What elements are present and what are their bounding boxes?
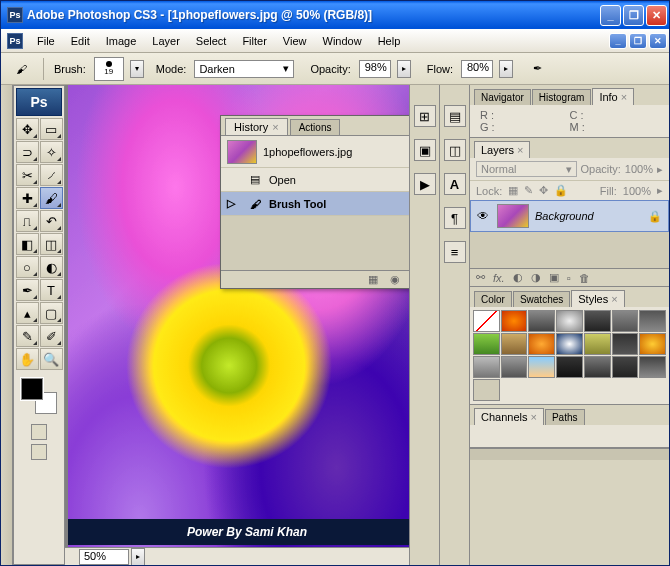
doc-minimize[interactable]: _: [609, 33, 627, 49]
doc-close[interactable]: ✕: [649, 33, 667, 49]
style-swatch[interactable]: [501, 333, 528, 355]
maximize-button[interactable]: ❐: [623, 5, 644, 26]
eraser-tool[interactable]: ◧: [16, 233, 39, 255]
close-icon[interactable]: ×: [272, 121, 278, 133]
zoom-tool[interactable]: 🔍: [40, 348, 63, 370]
style-swatch[interactable]: [612, 333, 639, 355]
tab-histogram[interactable]: Histogram: [532, 89, 592, 105]
history-snapshot[interactable]: 1phopeflowers.jpg: [221, 136, 409, 168]
hand-tool[interactable]: ✋: [16, 348, 39, 370]
style-swatch[interactable]: [556, 356, 583, 378]
color-swatches[interactable]: [21, 378, 57, 414]
tab-navigator[interactable]: Navigator: [474, 89, 531, 105]
brush-preset-picker[interactable]: 19: [94, 57, 124, 81]
brushes-dock-icon[interactable]: ⊞: [414, 105, 436, 127]
style-swatch[interactable]: [528, 310, 555, 332]
layer-blend-dropdown[interactable]: Normal▾: [476, 161, 577, 177]
menu-layer[interactable]: Layer: [144, 32, 188, 50]
lock-paint-icon[interactable]: ✎: [524, 184, 533, 197]
style-swatch[interactable]: [528, 333, 555, 355]
airbrush-icon[interactable]: ✒: [525, 57, 549, 81]
new-snapshot-icon[interactable]: ◉: [387, 273, 403, 286]
eyedropper-tool[interactable]: ✐: [40, 325, 63, 347]
heal-tool[interactable]: ✚: [16, 187, 39, 209]
style-swatch[interactable]: [473, 310, 500, 332]
tab-color[interactable]: Color: [474, 291, 512, 307]
tab-paths[interactable]: Paths: [545, 409, 585, 425]
opacity-input[interactable]: 98%: [359, 60, 391, 78]
style-swatch[interactable]: [473, 333, 500, 355]
history-step-open[interactable]: ▤ Open: [221, 168, 409, 192]
slice-tool[interactable]: ⟋: [40, 164, 63, 186]
stamp-tool[interactable]: ⎍: [16, 210, 39, 232]
clone-dock-icon[interactable]: ▣: [414, 139, 436, 161]
new-doc-from-state-icon[interactable]: ▦: [365, 273, 381, 286]
style-swatch[interactable]: [584, 333, 611, 355]
mask-icon[interactable]: ◐: [513, 271, 523, 284]
menu-edit[interactable]: Edit: [63, 32, 98, 50]
crop-tool[interactable]: ✂: [16, 164, 39, 186]
close-button[interactable]: ✕: [646, 5, 667, 26]
doc-restore[interactable]: ❐: [629, 33, 647, 49]
style-swatch[interactable]: [501, 310, 528, 332]
style-swatch[interactable]: [639, 310, 666, 332]
style-swatch[interactable]: [556, 333, 583, 355]
path-select-tool[interactable]: ▴: [16, 302, 39, 324]
tab-history[interactable]: History×: [225, 118, 288, 135]
fx-icon[interactable]: fx.: [493, 272, 505, 284]
dodge-tool[interactable]: ◐: [40, 256, 63, 278]
menu-window[interactable]: Window: [315, 32, 370, 50]
notes-tool[interactable]: ✎: [16, 325, 39, 347]
opacity-arrow[interactable]: ▸: [397, 60, 411, 78]
blur-tool[interactable]: ○: [16, 256, 39, 278]
lasso-tool[interactable]: ⊃: [16, 141, 39, 163]
doc-icon[interactable]: Ps: [7, 33, 23, 49]
left-dock-strip[interactable]: [1, 85, 13, 565]
wand-tool[interactable]: ✧: [40, 141, 63, 163]
style-swatch[interactable]: [501, 356, 528, 378]
marquee-tool[interactable]: ▭: [40, 118, 63, 140]
foreground-color-swatch[interactable]: [21, 378, 43, 400]
tab-styles[interactable]: Styles×: [571, 290, 624, 307]
tab-layers[interactable]: Layers×: [474, 141, 530, 158]
lock-transparent-icon[interactable]: ▦: [508, 184, 518, 197]
trash-icon[interactable]: 🗑: [579, 272, 590, 284]
menu-image[interactable]: Image: [98, 32, 145, 50]
style-swatch[interactable]: [528, 356, 555, 378]
flow-input[interactable]: 80%: [461, 60, 493, 78]
pen-tool[interactable]: ✒: [16, 279, 39, 301]
lock-move-icon[interactable]: ✥: [539, 184, 548, 197]
type-tool[interactable]: T: [40, 279, 63, 301]
quickmask-button[interactable]: [31, 424, 47, 440]
history-step-brush[interactable]: ▷ 🖌 Brush Tool: [221, 192, 409, 216]
minimize-button[interactable]: _: [600, 5, 621, 26]
menu-select[interactable]: Select: [188, 32, 235, 50]
style-swatch[interactable]: [612, 356, 639, 378]
move-tool[interactable]: ✥: [16, 118, 39, 140]
link-layers-icon[interactable]: ⚯: [476, 271, 485, 284]
layercomps-dock-icon[interactable]: ▤: [444, 105, 466, 127]
brush-dropdown-arrow[interactable]: ▾: [130, 60, 144, 78]
screenmode-button[interactable]: [31, 444, 47, 460]
style-swatch[interactable]: [584, 310, 611, 332]
group-icon[interactable]: ▣: [549, 271, 559, 284]
lock-all-icon[interactable]: 🔒: [554, 184, 568, 197]
char-dock-icon[interactable]: A: [444, 173, 466, 195]
zoom-input[interactable]: 50%: [79, 549, 129, 565]
brush-tool[interactable]: 🖌: [40, 187, 63, 209]
layer-row-background[interactable]: 👁 Background 🔒: [470, 200, 669, 232]
blend-mode-dropdown[interactable]: Darken ▾: [194, 60, 294, 78]
menu-view[interactable]: View: [275, 32, 315, 50]
history-brush-tool[interactable]: ↶: [40, 210, 63, 232]
tab-swatches[interactable]: Swatches: [513, 291, 570, 307]
style-swatch[interactable]: [639, 333, 666, 355]
flow-arrow[interactable]: ▸: [499, 60, 513, 78]
menu-help[interactable]: Help: [370, 32, 409, 50]
zoom-arrow[interactable]: ▸: [131, 548, 145, 566]
style-swatch[interactable]: [639, 356, 666, 378]
eye-icon[interactable]: 👁: [477, 209, 491, 223]
gradient-tool[interactable]: ◫: [40, 233, 63, 255]
menu-file[interactable]: File: [29, 32, 63, 50]
canvas-area[interactable]: Power By Sami Khan 50% ▸ History× Action…: [65, 85, 409, 565]
style-swatch[interactable]: [473, 356, 500, 378]
